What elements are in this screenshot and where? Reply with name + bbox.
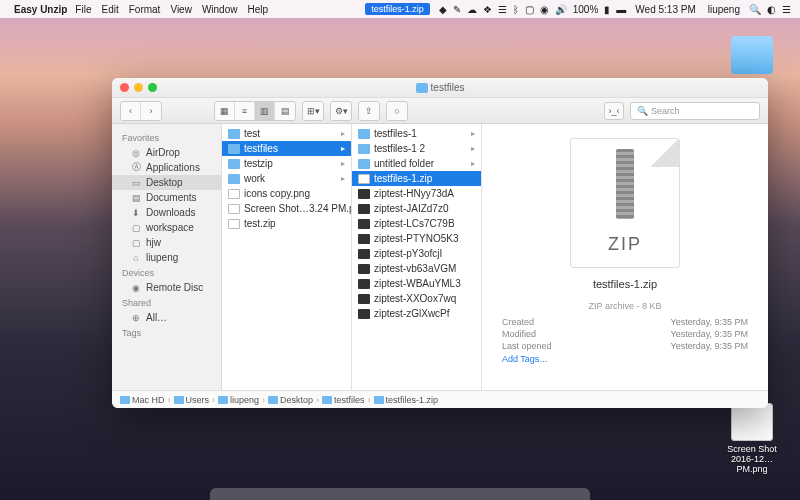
menu-view[interactable]: View <box>170 4 192 15</box>
dock[interactable] <box>210 488 590 500</box>
column-item[interactable]: work▸ <box>222 171 351 186</box>
folder-icon <box>358 144 370 154</box>
menu-help[interactable]: Help <box>247 4 268 15</box>
bluetooth-icon[interactable]: ᛒ <box>513 4 519 15</box>
window-title: testfiles <box>431 82 465 93</box>
sidebar-item-desktop[interactable]: ▭Desktop <box>112 175 221 190</box>
clock[interactable]: Wed 5:13 PM <box>635 4 695 15</box>
user-name[interactable]: liupeng <box>708 4 740 15</box>
sidebar-item[interactable]: ◉Remote Disc <box>112 280 221 295</box>
column-item[interactable]: testfiles▸ <box>222 141 351 156</box>
column-item[interactable]: ziptest-JAIZd7z0 <box>352 201 481 216</box>
forward-button[interactable]: › <box>141 102 161 120</box>
wifi-icon[interactable]: ◉ <box>540 4 549 15</box>
sidebar-item-workspace[interactable]: ▢workspace <box>112 220 221 235</box>
menu-edit[interactable]: Edit <box>101 4 118 15</box>
path-segment[interactable]: Users <box>174 395 210 405</box>
column-item[interactable]: test▸ <box>222 126 351 141</box>
add-tags-link[interactable]: Add Tags… <box>494 352 756 366</box>
search-field[interactable]: 🔍 Search <box>630 102 760 120</box>
column-item[interactable]: ziptest-vb63aVGM <box>352 261 481 276</box>
column-item[interactable]: untitled folder▸ <box>352 156 481 171</box>
column-item[interactable]: ziptest-zGlXwcPf <box>352 306 481 321</box>
minimize-button[interactable] <box>134 83 143 92</box>
sidebar-item-icon: ⌂ <box>130 253 142 263</box>
menu-format[interactable]: Format <box>129 4 161 15</box>
menubar-extra-icon[interactable]: ◆ <box>439 4 447 15</box>
path-segment[interactable]: Desktop <box>268 395 313 405</box>
path-segment[interactable]: liupeng <box>218 395 259 405</box>
path-dropdown-button[interactable]: ›_‹ <box>604 102 624 120</box>
item-label: testfiles-1 2 <box>374 143 425 154</box>
app-name[interactable]: Easy Unzip <box>14 4 67 15</box>
sidebar-section-shared: Shared <box>112 295 221 310</box>
airplay-icon[interactable]: ▢ <box>525 4 534 15</box>
path-label: testfiles-1.zip <box>386 395 439 405</box>
battery-icon[interactable]: ▮ <box>604 4 610 15</box>
spotlight-icon[interactable]: 🔍 <box>749 4 761 15</box>
flag-icon[interactable]: ▬ <box>616 4 626 15</box>
column-item[interactable]: test.zip <box>222 216 351 231</box>
path-segment[interactable]: testfiles-1.zip <box>374 395 439 405</box>
sidebar-item-airdrop[interactable]: ◎AirDrop <box>112 145 221 160</box>
sidebar-item-applications[interactable]: ⒶApplications <box>112 160 221 175</box>
share-button[interactable]: ⇧ <box>359 102 379 120</box>
menu-file[interactable]: File <box>75 4 91 15</box>
sidebar-item-label: Documents <box>146 192 197 203</box>
column-item[interactable]: ziptest-LCs7C79B <box>352 216 481 231</box>
finder-titlebar[interactable]: testfiles <box>112 78 768 98</box>
chevron-right-icon: ▸ <box>341 129 345 138</box>
close-button[interactable] <box>120 83 129 92</box>
arrange-button[interactable]: ⊞▾ <box>303 102 323 120</box>
column-item[interactable]: icons copy.png <box>222 186 351 201</box>
sidebar-item-label: workspace <box>146 222 194 233</box>
column-item[interactable]: testfiles-1 2▸ <box>352 141 481 156</box>
search-icon: 🔍 <box>637 106 648 116</box>
column-item[interactable]: ziptest-PTYNO5K3 <box>352 231 481 246</box>
menu-window[interactable]: Window <box>202 4 238 15</box>
path-segment[interactable]: Mac HD <box>120 395 165 405</box>
search-placeholder: Search <box>651 106 680 116</box>
column-item[interactable]: ziptest-WBAuYML3 <box>352 276 481 291</box>
sidebar-section-tags: Tags <box>112 325 221 340</box>
column-item[interactable]: testfiles-1.zip <box>352 171 481 186</box>
folder-icon <box>358 159 370 169</box>
column-item[interactable]: testzip▸ <box>222 156 351 171</box>
view-gallery-button[interactable]: ▤ <box>275 102 295 120</box>
sidebar-item-downloads[interactable]: ⬇Downloads <box>112 205 221 220</box>
desktop-screenshot[interactable]: Screen Shot 2016-12…PM.png <box>722 403 782 474</box>
image-file-icon <box>731 403 773 441</box>
sidebar-item-documents[interactable]: ▤Documents <box>112 190 221 205</box>
sidebar-item-liupeng[interactable]: ⌂liupeng <box>112 250 221 265</box>
menubar-extra-icon[interactable]: ❖ <box>483 4 492 15</box>
tags-button[interactable]: ○ <box>387 102 407 120</box>
unzip-progress-badge[interactable]: testfiles-1.zip <box>365 3 430 15</box>
menubar-extra-icon[interactable]: ☁ <box>467 4 477 15</box>
column-item[interactable]: ziptest-pY3ofcjI <box>352 246 481 261</box>
column-item[interactable]: ziptest-XXOox7wq <box>352 291 481 306</box>
menubar-extra-icon[interactable]: ☰ <box>498 4 507 15</box>
sidebar-item-icon: ▭ <box>130 178 142 188</box>
siri-icon[interactable]: ◐ <box>767 4 776 15</box>
column-item[interactable]: ziptest-HNyy73dA <box>352 186 481 201</box>
back-button[interactable]: ‹ <box>121 102 141 120</box>
menubar-extra-icon[interactable]: ✎ <box>453 4 461 15</box>
path-segment[interactable]: testfiles <box>322 395 365 405</box>
column-item[interactable]: Screen Shot…3.24 PM.png <box>222 201 351 216</box>
item-label: ziptest-WBAuYML3 <box>374 278 461 289</box>
view-icons-button[interactable]: ▦ <box>215 102 235 120</box>
sidebar-item[interactable]: ⊕All… <box>112 310 221 325</box>
meta-value: Yesterday, 9:35 PM <box>670 317 748 327</box>
zoom-button[interactable] <box>148 83 157 92</box>
view-list-button[interactable]: ≡ <box>235 102 255 120</box>
column-item[interactable]: testfiles-1▸ <box>352 126 481 141</box>
volume-icon[interactable]: 🔊 <box>555 4 567 15</box>
item-label: test <box>244 128 260 139</box>
zip-label: ZIP <box>608 234 642 255</box>
battery-text[interactable]: 100% <box>573 4 599 15</box>
sidebar-item-hjw[interactable]: ▢hjw <box>112 235 221 250</box>
action-button[interactable]: ⚙▾ <box>331 102 351 120</box>
view-columns-button[interactable]: ▥ <box>255 102 275 120</box>
notification-center-icon[interactable]: ☰ <box>782 4 791 15</box>
item-label: icons copy.png <box>244 188 310 199</box>
